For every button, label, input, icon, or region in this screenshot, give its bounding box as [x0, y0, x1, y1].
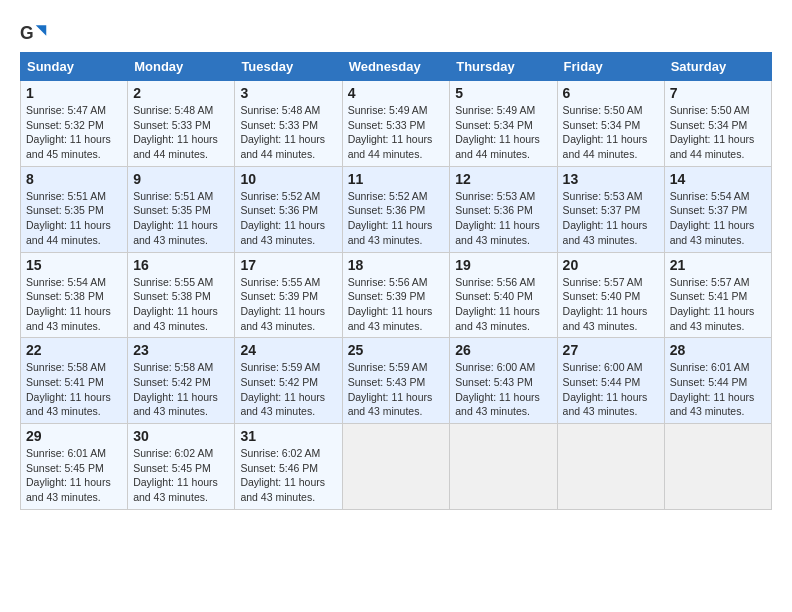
day-number: 24 — [240, 342, 336, 358]
day-number: 18 — [348, 257, 445, 273]
calendar-cell: 23 Sunrise: 5:58 AM Sunset: 5:42 PM Dayl… — [128, 338, 235, 424]
day-number: 11 — [348, 171, 445, 187]
calendar-cell: 9 Sunrise: 5:51 AM Sunset: 5:35 PM Dayli… — [128, 166, 235, 252]
day-info: Sunrise: 5:53 AM Sunset: 5:36 PM Dayligh… — [455, 190, 540, 246]
day-number: 2 — [133, 85, 229, 101]
day-info: Sunrise: 6:02 AM Sunset: 5:45 PM Dayligh… — [133, 447, 218, 503]
day-info: Sunrise: 5:48 AM Sunset: 5:33 PM Dayligh… — [240, 104, 325, 160]
day-info: Sunrise: 5:54 AM Sunset: 5:37 PM Dayligh… — [670, 190, 755, 246]
calendar-cell — [450, 424, 557, 510]
day-number: 31 — [240, 428, 336, 444]
calendar-cell: 6 Sunrise: 5:50 AM Sunset: 5:34 PM Dayli… — [557, 81, 664, 167]
day-info: Sunrise: 5:50 AM Sunset: 5:34 PM Dayligh… — [563, 104, 648, 160]
calendar-cell: 8 Sunrise: 5:51 AM Sunset: 5:35 PM Dayli… — [21, 166, 128, 252]
calendar-cell: 31 Sunrise: 6:02 AM Sunset: 5:46 PM Dayl… — [235, 424, 342, 510]
day-info: Sunrise: 5:48 AM Sunset: 5:33 PM Dayligh… — [133, 104, 218, 160]
calendar-cell: 28 Sunrise: 6:01 AM Sunset: 5:44 PM Dayl… — [664, 338, 771, 424]
day-info: Sunrise: 5:57 AM Sunset: 5:40 PM Dayligh… — [563, 276, 648, 332]
day-info: Sunrise: 5:53 AM Sunset: 5:37 PM Dayligh… — [563, 190, 648, 246]
day-number: 5 — [455, 85, 551, 101]
page-header: G — [20, 20, 772, 48]
calendar-cell: 22 Sunrise: 5:58 AM Sunset: 5:41 PM Dayl… — [21, 338, 128, 424]
day-number: 14 — [670, 171, 766, 187]
calendar-cell: 4 Sunrise: 5:49 AM Sunset: 5:33 PM Dayli… — [342, 81, 450, 167]
day-number: 6 — [563, 85, 659, 101]
calendar-cell: 30 Sunrise: 6:02 AM Sunset: 5:45 PM Dayl… — [128, 424, 235, 510]
calendar-week-row: 15 Sunrise: 5:54 AM Sunset: 5:38 PM Dayl… — [21, 252, 772, 338]
calendar-cell: 26 Sunrise: 6:00 AM Sunset: 5:43 PM Dayl… — [450, 338, 557, 424]
day-info: Sunrise: 5:59 AM Sunset: 5:42 PM Dayligh… — [240, 361, 325, 417]
calendar-cell: 12 Sunrise: 5:53 AM Sunset: 5:36 PM Dayl… — [450, 166, 557, 252]
day-number: 20 — [563, 257, 659, 273]
weekday-header-monday: Monday — [128, 53, 235, 81]
day-info: Sunrise: 5:49 AM Sunset: 5:33 PM Dayligh… — [348, 104, 433, 160]
day-number: 19 — [455, 257, 551, 273]
day-info: Sunrise: 6:00 AM Sunset: 5:43 PM Dayligh… — [455, 361, 540, 417]
weekday-header-saturday: Saturday — [664, 53, 771, 81]
calendar-cell: 20 Sunrise: 5:57 AM Sunset: 5:40 PM Dayl… — [557, 252, 664, 338]
calendar-cell: 17 Sunrise: 5:55 AM Sunset: 5:39 PM Dayl… — [235, 252, 342, 338]
calendar-cell: 14 Sunrise: 5:54 AM Sunset: 5:37 PM Dayl… — [664, 166, 771, 252]
day-number: 15 — [26, 257, 122, 273]
day-number: 7 — [670, 85, 766, 101]
day-number: 29 — [26, 428, 122, 444]
calendar-cell: 10 Sunrise: 5:52 AM Sunset: 5:36 PM Dayl… — [235, 166, 342, 252]
day-number: 23 — [133, 342, 229, 358]
day-info: Sunrise: 6:01 AM Sunset: 5:44 PM Dayligh… — [670, 361, 755, 417]
day-info: Sunrise: 5:58 AM Sunset: 5:42 PM Dayligh… — [133, 361, 218, 417]
day-info: Sunrise: 5:51 AM Sunset: 5:35 PM Dayligh… — [133, 190, 218, 246]
day-number: 17 — [240, 257, 336, 273]
calendar-cell: 25 Sunrise: 5:59 AM Sunset: 5:43 PM Dayl… — [342, 338, 450, 424]
weekday-header-row: SundayMondayTuesdayWednesdayThursdayFrid… — [21, 53, 772, 81]
calendar-cell: 2 Sunrise: 5:48 AM Sunset: 5:33 PM Dayli… — [128, 81, 235, 167]
day-info: Sunrise: 5:56 AM Sunset: 5:39 PM Dayligh… — [348, 276, 433, 332]
day-number: 21 — [670, 257, 766, 273]
calendar-cell: 21 Sunrise: 5:57 AM Sunset: 5:41 PM Dayl… — [664, 252, 771, 338]
day-number: 8 — [26, 171, 122, 187]
day-info: Sunrise: 5:59 AM Sunset: 5:43 PM Dayligh… — [348, 361, 433, 417]
day-number: 10 — [240, 171, 336, 187]
calendar-cell — [664, 424, 771, 510]
svg-marker-1 — [36, 25, 47, 36]
day-info: Sunrise: 5:51 AM Sunset: 5:35 PM Dayligh… — [26, 190, 111, 246]
calendar-week-row: 1 Sunrise: 5:47 AM Sunset: 5:32 PM Dayli… — [21, 81, 772, 167]
calendar-cell: 24 Sunrise: 5:59 AM Sunset: 5:42 PM Dayl… — [235, 338, 342, 424]
weekday-header-thursday: Thursday — [450, 53, 557, 81]
weekday-header-sunday: Sunday — [21, 53, 128, 81]
day-info: Sunrise: 5:56 AM Sunset: 5:40 PM Dayligh… — [455, 276, 540, 332]
day-info: Sunrise: 5:52 AM Sunset: 5:36 PM Dayligh… — [240, 190, 325, 246]
weekday-header-tuesday: Tuesday — [235, 53, 342, 81]
calendar-cell — [557, 424, 664, 510]
calendar-week-row: 8 Sunrise: 5:51 AM Sunset: 5:35 PM Dayli… — [21, 166, 772, 252]
calendar-cell: 13 Sunrise: 5:53 AM Sunset: 5:37 PM Dayl… — [557, 166, 664, 252]
day-number: 16 — [133, 257, 229, 273]
svg-text:G: G — [20, 23, 34, 43]
calendar-cell: 1 Sunrise: 5:47 AM Sunset: 5:32 PM Dayli… — [21, 81, 128, 167]
day-number: 22 — [26, 342, 122, 358]
day-number: 9 — [133, 171, 229, 187]
day-info: Sunrise: 5:50 AM Sunset: 5:34 PM Dayligh… — [670, 104, 755, 160]
day-info: Sunrise: 5:55 AM Sunset: 5:39 PM Dayligh… — [240, 276, 325, 332]
calendar-table: SundayMondayTuesdayWednesdayThursdayFrid… — [20, 52, 772, 510]
calendar-cell: 27 Sunrise: 6:00 AM Sunset: 5:44 PM Dayl… — [557, 338, 664, 424]
day-info: Sunrise: 5:55 AM Sunset: 5:38 PM Dayligh… — [133, 276, 218, 332]
day-info: Sunrise: 5:57 AM Sunset: 5:41 PM Dayligh… — [670, 276, 755, 332]
day-info: Sunrise: 6:02 AM Sunset: 5:46 PM Dayligh… — [240, 447, 325, 503]
day-number: 27 — [563, 342, 659, 358]
calendar-cell — [342, 424, 450, 510]
day-info: Sunrise: 5:47 AM Sunset: 5:32 PM Dayligh… — [26, 104, 111, 160]
logo-icon: G — [20, 20, 48, 48]
calendar-week-row: 22 Sunrise: 5:58 AM Sunset: 5:41 PM Dayl… — [21, 338, 772, 424]
day-number: 12 — [455, 171, 551, 187]
calendar-cell: 3 Sunrise: 5:48 AM Sunset: 5:33 PM Dayli… — [235, 81, 342, 167]
calendar-cell: 11 Sunrise: 5:52 AM Sunset: 5:36 PM Dayl… — [342, 166, 450, 252]
day-info: Sunrise: 5:52 AM Sunset: 5:36 PM Dayligh… — [348, 190, 433, 246]
day-number: 4 — [348, 85, 445, 101]
day-info: Sunrise: 5:54 AM Sunset: 5:38 PM Dayligh… — [26, 276, 111, 332]
day-number: 28 — [670, 342, 766, 358]
day-info: Sunrise: 6:01 AM Sunset: 5:45 PM Dayligh… — [26, 447, 111, 503]
weekday-header-friday: Friday — [557, 53, 664, 81]
calendar-cell: 29 Sunrise: 6:01 AM Sunset: 5:45 PM Dayl… — [21, 424, 128, 510]
day-number: 26 — [455, 342, 551, 358]
calendar-cell: 7 Sunrise: 5:50 AM Sunset: 5:34 PM Dayli… — [664, 81, 771, 167]
